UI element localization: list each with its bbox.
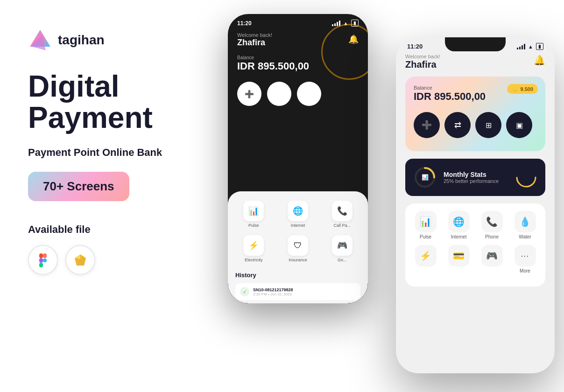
back-scan-button[interactable]: ⊞ (297, 82, 321, 106)
front-signal (517, 44, 525, 49)
logo-area: tagihan (28, 28, 215, 52)
front-username: Zhafira (405, 59, 440, 70)
available-file-label: Available file (28, 224, 215, 236)
svg-text:📊: 📊 (422, 174, 429, 181)
brand-name: tagihan (58, 33, 105, 48)
front-phone-notch (445, 37, 506, 51)
front-scan-button[interactable]: ⊞ (475, 112, 501, 138)
front-monthly-stats: 📊 Monthly Stats 25% better performance (405, 159, 545, 196)
front-time: 11:20 (407, 43, 423, 50)
front-svc-internet: 🌐 Internet (444, 211, 473, 239)
back-username: Zhafira (237, 38, 272, 48)
phone-back: 11:20 ▲ ▮ Welcome back! Zhafira (228, 14, 368, 303)
back-svc-pulse: 📊 Pulse (235, 201, 272, 228)
figma-icon-wrap (28, 245, 58, 275)
front-stats-title: Monthly Stats (444, 171, 499, 178)
back-action-buttons: ➕ ⇄ ⊞ (237, 82, 359, 106)
front-services-row2: ⚡ 💳 🎮 ··· More (411, 245, 540, 273)
front-wifi-icon: ▲ (528, 44, 533, 49)
front-topup-button[interactable]: ➕ (414, 112, 440, 138)
front-svc-electricity: ⚡ (411, 245, 440, 273)
front-svc-pulse: 📊 Pulse (411, 211, 440, 239)
back-history-item-1: ✓ SN10-081212179828 2:20 PM • Jun 22, 20… (235, 283, 360, 300)
back-svc-insurance: 🛡 Insurance (280, 235, 317, 262)
stats-ring-svg: 📊 (413, 165, 437, 189)
file-icons-row (28, 245, 215, 275)
svg-rect-3 (43, 253, 47, 258)
front-svc-phone: 📞 Phone (477, 211, 507, 239)
svg-rect-4 (39, 258, 43, 263)
back-topup-button[interactable]: ➕ (237, 82, 261, 106)
sketch-icon-wrap (65, 245, 95, 275)
back-welcome: Welcome back! (237, 32, 272, 38)
front-bottom-services: 📊 Pulse 🌐 Internet 📞 Phone 💧 Water (405, 203, 545, 287)
back-svc-internet: 🌐 Internet (280, 201, 317, 228)
back-history-check-1: ✓ (240, 287, 249, 296)
back-svc-games: 🎮 Go... (324, 235, 360, 262)
front-action-buttons: ➕ ⇄ ⊞ ▣ (414, 112, 537, 138)
back-white-section: 📊 Pulse 🌐 Internet 📞 Call Pa... ⚡ Electr… (228, 191, 368, 303)
svg-rect-2 (39, 253, 43, 258)
front-svc-water: 💧 Water (510, 211, 540, 239)
front-bell-icon: 🔔 (534, 55, 545, 66)
left-panel: tagihan Digital Payment Payment Point On… (28, 28, 215, 275)
front-balance-card: Balance IDR 895.500,00 🪙 9.500 ➕ ⇄ ⊞ ▣ (405, 77, 545, 151)
phone-front: 11:20 ▲ ▮ Welcome back! Zhafira 🔔 (396, 37, 555, 373)
back-svc-electricity: ⚡ Electricity (235, 235, 272, 262)
svg-rect-5 (39, 263, 43, 267)
stats-deco-arc (515, 166, 538, 189)
front-transfer-button[interactable]: ⇄ (444, 112, 471, 138)
front-stats-icon: 📊 (413, 165, 437, 189)
figma-icon (35, 252, 50, 267)
sketch-icon (73, 252, 88, 267)
front-svc-more[interactable]: ··· More (510, 245, 540, 273)
screens-badge: 70+ Screens (28, 172, 129, 201)
front-phone-content: Welcome back! Zhafira 🔔 Balance IDR 895.… (396, 52, 555, 288)
front-stats-subtitle: 25% better performance (444, 178, 499, 184)
back-svc-call: 📞 Call Pa... (324, 201, 360, 228)
front-services-row1: 📊 Pulse 🌐 Internet 📞 Phone 💧 Water (411, 211, 540, 239)
front-svc-wallet: 💳 (444, 245, 473, 273)
back-transfer-button[interactable]: ⇄ (267, 82, 291, 106)
front-svc-games: 🎮 (477, 245, 507, 273)
tagihan-logo-icon (28, 28, 52, 52)
phones-area: 11:20 ▲ ▮ Welcome back! Zhafira (200, 0, 564, 392)
front-welcome: Welcome back! (405, 54, 440, 59)
back-phone-notch (270, 14, 326, 27)
subtitle: Payment Point Online Bank (28, 147, 215, 159)
front-qr-button[interactable]: ▣ (506, 112, 532, 138)
back-service-grid: 📊 Pulse 🌐 Internet 📞 Call Pa... ⚡ Electr… (235, 201, 360, 262)
headline: Digital Payment (28, 71, 215, 133)
back-time: 11:20 (237, 20, 252, 27)
front-coins-badge: 🪙 9.500 (507, 84, 538, 94)
front-battery-icon: ▮ (536, 43, 543, 50)
back-history-title: History (235, 272, 360, 279)
coin-icon: 🪙 (512, 86, 518, 92)
svg-point-16 (517, 168, 536, 187)
svg-point-6 (43, 259, 47, 262)
